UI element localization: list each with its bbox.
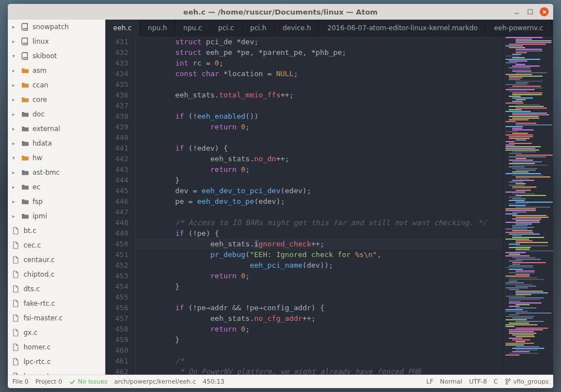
tree-item[interactable]: lpc-rtc.c xyxy=(8,354,105,369)
file-icon xyxy=(12,300,20,307)
file-icon xyxy=(12,314,20,322)
folder-icon xyxy=(21,198,29,205)
svg-point-2 xyxy=(506,383,507,385)
status-bar: File 0 Project 0 No Issues arch/powerpc/… xyxy=(8,375,553,388)
tree-root-item[interactable]: ▸linux xyxy=(8,34,105,49)
folder-icon xyxy=(21,140,29,147)
tree-item[interactable]: bt.c xyxy=(8,223,105,238)
tab[interactable]: 2016-06-07-atom-editor-linux-kernel.mark… xyxy=(319,20,486,36)
svg-point-3 xyxy=(508,379,510,381)
editor-window: eeh.c — /home/ruscur/Documents/linux — A… xyxy=(8,4,553,388)
chevron-icon: ▸ xyxy=(12,199,18,204)
chevron-icon: ▸ xyxy=(12,82,18,88)
tab-bar: eeh.cnpu.hnpu.cpci.cpci.hdevice.h2016-06… xyxy=(105,20,553,36)
minimize-button[interactable] xyxy=(513,8,521,16)
tab[interactable]: eeh-powernv.c xyxy=(486,20,551,36)
status-issues[interactable]: No Issues xyxy=(69,378,108,385)
tree-item[interactable]: ▸ec xyxy=(8,180,105,194)
chevron-icon: ▾ xyxy=(12,53,18,59)
chevron-icon: ▸ xyxy=(12,141,18,146)
tab[interactable]: pci.c xyxy=(210,20,242,36)
tree-item[interactable]: lpc-uart.c xyxy=(8,369,105,375)
status-language[interactable]: C xyxy=(494,378,498,385)
status-path[interactable]: arch/powerpc/kernel/eeh.c xyxy=(114,378,196,385)
tab[interactable]: eeh.c xyxy=(105,20,140,36)
file-icon xyxy=(12,343,20,351)
file-icon xyxy=(12,285,20,293)
file-icon xyxy=(12,329,20,337)
tree-item[interactable]: ▸hdata xyxy=(8,136,105,151)
chevron-icon: ▸ xyxy=(12,213,18,219)
tree-root-item[interactable]: ▸snowpatch xyxy=(8,20,105,34)
file-icon xyxy=(12,227,20,235)
tab[interactable]: npu.h xyxy=(140,20,175,36)
line-gutter: 4314324334344354364374384394404414424434… xyxy=(105,36,136,375)
tree-item[interactable]: homer.c xyxy=(8,340,105,354)
chevron-icon: ▸ xyxy=(12,97,18,102)
tree-item[interactable]: ▸ipmi xyxy=(8,209,105,223)
status-project[interactable]: Project 0 xyxy=(35,378,62,385)
repo-icon xyxy=(21,23,29,31)
tab[interactable]: device.h xyxy=(275,20,319,36)
file-icon xyxy=(12,358,20,366)
check-icon xyxy=(69,379,76,385)
minimap[interactable] xyxy=(503,36,553,375)
chevron-icon: ▸ xyxy=(12,111,18,117)
file-icon xyxy=(12,241,20,249)
chevron-icon: ▸ xyxy=(12,184,18,190)
folder-icon xyxy=(21,111,29,118)
tree-item[interactable]: ▸fsp xyxy=(8,194,105,209)
tree-item[interactable]: fsi-master.c xyxy=(8,311,105,325)
status-branch[interactable]: vfio_groups xyxy=(505,378,549,385)
folder-icon xyxy=(21,155,29,161)
folder-icon xyxy=(21,125,29,132)
tree-item[interactable]: ▸ast-bmc xyxy=(8,165,105,180)
titlebar: eeh.c — /home/ruscur/Documents/linux — A… xyxy=(8,4,553,20)
tree-item[interactable]: fake-rtc.c xyxy=(8,296,105,311)
git-branch-icon xyxy=(505,378,511,385)
chevron-icon: ▸ xyxy=(12,126,18,132)
tab[interactable]: npu.c xyxy=(175,20,210,36)
folder-icon xyxy=(21,67,29,74)
tree-item[interactable]: gx.c xyxy=(8,325,105,340)
tree-root-item[interactable]: ▾skiboot xyxy=(8,49,105,63)
tree-item[interactable]: centaur.c xyxy=(8,253,105,267)
file-tree[interactable]: ▸snowpatch▸linux▾skiboot▸asm▸ccan▸core▸d… xyxy=(8,20,105,375)
status-cursor[interactable]: 450:13 xyxy=(203,378,225,385)
close-button[interactable] xyxy=(540,7,549,16)
folder-icon xyxy=(21,96,29,103)
folder-icon xyxy=(21,82,29,88)
tree-item[interactable]: cec.c xyxy=(8,238,105,253)
tree-item[interactable]: ▸ccan xyxy=(8,78,105,92)
repo-icon xyxy=(21,38,29,45)
folder-icon xyxy=(21,213,29,220)
tree-item[interactable]: ▸asm xyxy=(8,63,105,78)
file-icon xyxy=(12,256,20,264)
window-title: eeh.c — /home/ruscur/Documents/linux — A… xyxy=(183,8,378,16)
svg-point-1 xyxy=(506,379,507,381)
tree-item[interactable]: ▸core xyxy=(8,92,105,107)
tree-item[interactable]: chiptod.c xyxy=(8,267,105,282)
status-mode[interactable]: Normal xyxy=(440,378,462,385)
repo-icon xyxy=(21,52,29,60)
file-icon xyxy=(12,270,20,278)
status-file[interactable]: File 0 xyxy=(12,378,29,385)
chevron-icon: ▸ xyxy=(12,68,18,73)
folder-icon xyxy=(21,169,29,176)
status-encoding[interactable]: UTF-8 xyxy=(469,378,487,385)
chevron-icon: ▸ xyxy=(12,24,18,30)
folder-icon xyxy=(21,184,29,190)
tree-item[interactable]: ▾hw xyxy=(8,151,105,165)
svg-rect-0 xyxy=(528,10,532,14)
tab[interactable]: config.cson xyxy=(551,20,553,36)
chevron-icon: ▸ xyxy=(12,39,18,44)
code-editor[interactable]: struct pci_de *dev; struct eeh_pe *pe, *… xyxy=(136,36,503,375)
maximize-button[interactable] xyxy=(526,8,534,16)
tree-item[interactable]: dts.c xyxy=(8,282,105,296)
tree-item[interactable]: ▸doc xyxy=(8,107,105,122)
tree-item[interactable]: ▸external xyxy=(8,122,105,136)
tab[interactable]: pci.h xyxy=(242,20,275,36)
chevron-icon: ▸ xyxy=(12,170,18,175)
chevron-icon: ▾ xyxy=(12,155,18,161)
status-line-ending[interactable]: LF xyxy=(426,378,433,385)
